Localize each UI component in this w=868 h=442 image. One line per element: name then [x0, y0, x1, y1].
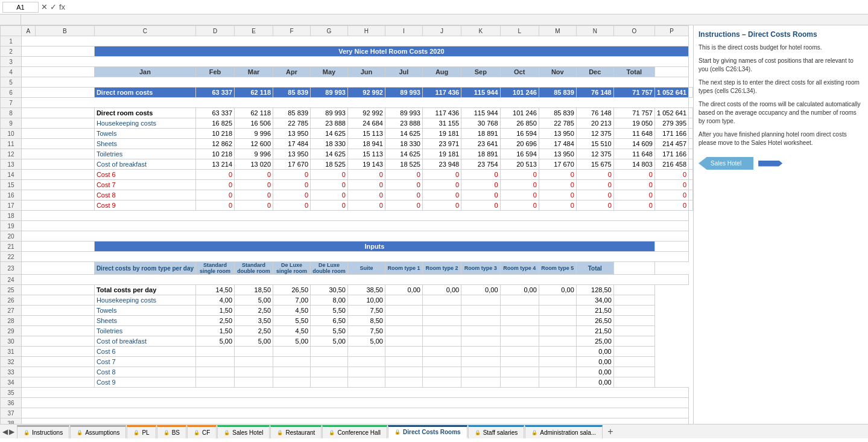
grid-cell: 23 948: [422, 159, 461, 170]
grid-cell: [22, 77, 689, 88]
grid-cell: Apr: [273, 67, 311, 77]
grid-cell: [500, 347, 539, 357]
grid-cell: 5,00: [235, 295, 273, 306]
grid-cell: [689, 180, 693, 190]
grid-cell: [500, 377, 539, 388]
grid-cell: [196, 377, 235, 388]
grid-cell: 15 675: [576, 159, 613, 170]
grid-cell: 5,50: [311, 306, 348, 316]
grid-cell: [311, 347, 348, 357]
corner-header: [1, 26, 22, 36]
grid-cell: [689, 159, 693, 170]
grid-cell: De Luxe double room: [311, 262, 348, 275]
tab-bs[interactable]: 🔒BS: [157, 425, 186, 438]
tab-administration-sala...[interactable]: 🔒Administration sala...: [525, 425, 603, 438]
nav-back-button[interactable]: Sales Hotel: [699, 157, 753, 170]
grid-cell: 115 944: [461, 108, 500, 118]
grid-cell: [22, 367, 95, 377]
grid-cell: 0: [196, 190, 235, 200]
grid-cell: 11 648: [613, 149, 654, 159]
tab-restaurant[interactable]: 🔒Restaurant: [270, 425, 322, 438]
grid-cell: Feb: [196, 67, 235, 77]
cancel-icon[interactable]: ✕: [41, 2, 48, 11]
grid-cell: [273, 347, 311, 357]
grid-cell: 30 768: [461, 118, 500, 129]
grid-cell: Towels: [94, 129, 195, 139]
grid-cell: Jun: [347, 67, 385, 77]
grid-cell: 0: [196, 170, 235, 180]
grid-cell: 26,50: [273, 285, 311, 295]
grid-cell: [613, 326, 654, 336]
grid-cell: [461, 295, 500, 306]
spreadsheet-area[interactable]: A B C D E F G H I J K L M N O: [0, 25, 693, 424]
grid-cell: [22, 306, 95, 316]
grid-cell: 4,50: [273, 326, 311, 336]
grid-cell: 62 118: [235, 108, 273, 118]
grid-cell: 19 181: [422, 129, 461, 139]
formula-bar: ✕ ✓ fx: [0, 0, 868, 14]
tab-staff-salaries[interactable]: 🔒Staff salaries: [468, 425, 525, 438]
tab-sales-hotel[interactable]: 🔒Sales Hotel: [217, 425, 270, 438]
right-panel-paragraph: Start by giving names of cost positions …: [699, 57, 863, 74]
col-i-header: I: [385, 26, 422, 36]
tab-direct-costs-rooms[interactable]: 🔒Direct Costs Rooms: [388, 425, 467, 438]
tab-label: Restaurant: [285, 429, 315, 436]
grid-cell: 0: [273, 180, 311, 190]
grid-cell: 17 670: [273, 159, 311, 170]
tab-right-arrow[interactable]: ▶: [9, 428, 14, 436]
grid-cell: Total costs per day: [94, 285, 195, 295]
grid-cell: 0,00: [461, 285, 500, 295]
grid-cell: [22, 36, 689, 46]
grid-cell: 13 020: [235, 159, 273, 170]
table-row: 10 Towels10 2189 99613 95014 62515 11314…: [1, 129, 693, 139]
grid-cell: Sheets: [94, 139, 195, 149]
tab-assumptions[interactable]: 🔒Assumptions: [70, 425, 126, 438]
col-o-header: O: [613, 26, 654, 36]
tab-label: Instructions: [32, 429, 63, 436]
grid-container[interactable]: A B C D E F G H I J K L M N O: [0, 25, 693, 424]
tab-cf[interactable]: 🔒CF: [187, 425, 217, 438]
nav-forward-button[interactable]: [758, 161, 782, 167]
grid-cell: [347, 347, 385, 357]
grid-cell: [461, 367, 500, 377]
grid-cell: 20 213: [576, 118, 613, 129]
grid-cell: Room type 5: [539, 262, 576, 275]
right-panel-paragraph: This is the direct costs budget for hote…: [699, 43, 863, 52]
formula-input[interactable]: [68, 4, 866, 11]
grid-cell: 0: [196, 180, 235, 190]
confirm-icon[interactable]: ✓: [50, 2, 57, 11]
row-number: 1: [1, 36, 22, 46]
grid-cell: [385, 316, 422, 326]
cell-reference[interactable]: [2, 2, 39, 13]
tab-conference-hall[interactable]: 🔒Conference Hall: [322, 425, 387, 438]
grid-cell: [654, 242, 688, 252]
grid-cell: 0: [311, 180, 348, 190]
grid-cell: 216 458: [654, 159, 688, 170]
grid-cell: [422, 347, 461, 357]
tab-label: Direct Costs Rooms: [403, 429, 461, 435]
grid-cell: [22, 326, 95, 336]
tab-label: Conference Hall: [337, 429, 381, 436]
table-row: 15 Cost 70000000000000: [1, 180, 693, 190]
tab-navigation[interactable]: ◀ ▶: [0, 428, 17, 436]
grid-cell: 0: [500, 190, 539, 200]
tab-instructions[interactable]: 🔒Instructions: [17, 425, 69, 438]
grid-cell: [539, 336, 576, 347]
tab-pl[interactable]: 🔒PL: [127, 425, 156, 438]
tab-left-arrow[interactable]: ◀: [2, 428, 8, 436]
table-row: 32 Cost 70,00: [1, 357, 693, 367]
grid-cell: [422, 367, 461, 377]
tab-label: BS: [172, 429, 180, 436]
grid-cell: [22, 46, 95, 57]
grid-cell: 0: [385, 190, 422, 200]
grid-cell: Cost 9: [94, 200, 195, 211]
add-tab-button[interactable]: +: [603, 426, 618, 437]
grid-cell: [347, 377, 385, 388]
grid-cell: 1,50: [196, 306, 235, 316]
grid-cell: 0: [654, 200, 688, 211]
grid-cell: [613, 347, 654, 357]
grid-cell: 12 375: [576, 129, 613, 139]
function-icon[interactable]: fx: [59, 2, 65, 11]
table-row: 31 Cost 60,00: [1, 347, 693, 357]
grid-cell: [22, 211, 689, 221]
